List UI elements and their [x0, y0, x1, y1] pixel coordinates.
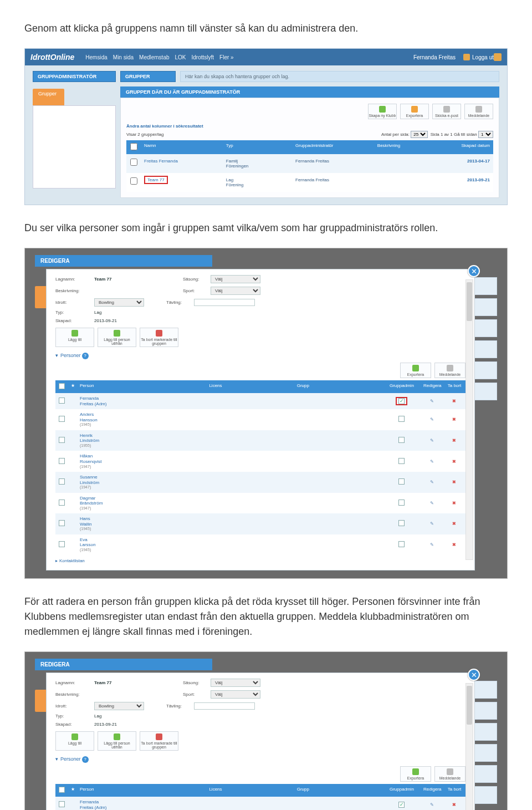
row-checkbox[interactable] — [59, 398, 65, 404]
groupadmin-checkbox[interactable] — [398, 520, 405, 526]
groupadmin-checkbox[interactable] — [398, 416, 405, 422]
delete-icon[interactable]: ✖ — [452, 399, 456, 404]
add-button[interactable]: Lägg till — [55, 328, 94, 347]
select-all-checkbox[interactable] — [130, 143, 137, 150]
goto-page-select[interactable]: 1 — [478, 131, 493, 138]
delete-icon[interactable]: ✖ — [452, 542, 456, 547]
tavling-input[interactable] — [194, 299, 255, 306]
person-name[interactable]: FernandaFreitas (Adm) — [78, 797, 207, 810]
delete-icon[interactable]: ✖ — [452, 521, 456, 526]
row-checkbox[interactable] — [59, 458, 65, 464]
add-button[interactable]: Lägg till — [55, 731, 94, 751]
table-row[interactable]: Team 77 Lag Förening Fernanda Freitas 20… — [126, 173, 493, 192]
favorite-icon[interactable] — [68, 521, 78, 527]
groupadmin-checkbox[interactable] — [398, 458, 405, 464]
person-name[interactable]: EvaLarsson(1945) — [78, 534, 207, 556]
sport-select[interactable]: Välj — [211, 690, 260, 699]
edit-icon[interactable]: ✎ — [430, 521, 434, 526]
nav-hemsida[interactable]: Hemsida — [85, 54, 107, 60]
row-checkbox[interactable] — [59, 801, 65, 807]
row-checkbox[interactable] — [130, 177, 137, 185]
saesong-select[interactable]: Välj — [211, 679, 260, 687]
edit-icon[interactable]: ✎ — [430, 459, 434, 464]
row-checkbox[interactable] — [59, 478, 65, 485]
scrollbar[interactable] — [466, 683, 473, 810]
idrott-select[interactable]: Bowling — [94, 702, 144, 710]
sport-select[interactable]: Välj — [211, 287, 260, 295]
group-name-link[interactable]: Freitas Fernanda — [141, 154, 223, 173]
row-checkbox[interactable] — [59, 541, 65, 547]
favorite-icon[interactable] — [68, 417, 78, 422]
remove-selected-button[interactable]: Ta bort markerade till gruppen — [140, 328, 178, 347]
export-button[interactable]: Exportera — [400, 766, 431, 782]
email-button[interactable]: Skicka e-post — [432, 104, 461, 119]
add-external-button[interactable]: Lägg till person utifrån — [98, 328, 136, 347]
idrott-select[interactable]: Bowling — [94, 298, 144, 307]
person-name[interactable]: AndersHansson(1945) — [78, 409, 207, 430]
edit-icon[interactable]: ✎ — [430, 542, 434, 547]
logout-link[interactable]: Logga ut — [472, 54, 494, 60]
logout-icon[interactable] — [494, 53, 502, 61]
help-icon[interactable]: ? — [82, 756, 89, 763]
favorite-icon[interactable] — [68, 459, 78, 464]
edit-icon[interactable]: ✎ — [430, 501, 434, 506]
favorite-icon[interactable] — [68, 500, 78, 506]
help-icon[interactable]: ? — [82, 353, 89, 359]
contact-list-link[interactable]: ▸Kontaktlistan — [55, 558, 466, 563]
nav-idrottslyft[interactable]: Idrottslyft — [192, 54, 214, 60]
group-name-link[interactable]: Team 77 — [141, 173, 223, 192]
select-all-checkbox[interactable] — [59, 787, 65, 793]
table-row[interactable]: Freitas Fernanda Familj Föreningen Ferna… — [126, 154, 493, 173]
row-checkbox[interactable] — [59, 520, 65, 526]
nav-fler[interactable]: Fler » — [219, 54, 234, 60]
delete-icon[interactable]: ✖ — [452, 417, 456, 422]
groupadmin-checkbox[interactable] — [398, 437, 405, 443]
person-name[interactable]: SusanneLindström(1947) — [78, 472, 207, 493]
person-name[interactable]: DagmarBrändström(1947) — [78, 493, 207, 514]
person-name[interactable]: HenrikLindström(1955) — [78, 430, 207, 451]
delete-icon[interactable]: ✖ — [452, 802, 456, 807]
row-checkbox[interactable] — [59, 416, 65, 422]
tavling-input[interactable] — [194, 702, 255, 710]
add-external-button[interactable]: Lägg till person utifrån — [98, 731, 136, 751]
groupadmin-checkbox[interactable] — [398, 541, 405, 547]
export-button[interactable]: Exportera — [400, 363, 431, 378]
delete-icon[interactable]: ✖ — [452, 459, 456, 464]
edit-icon[interactable]: ✎ — [430, 802, 434, 807]
columns-link[interactable]: Ändra antal kolumner i sökresultatet — [126, 124, 493, 129]
favorite-icon[interactable] — [68, 480, 78, 485]
favorite-icon[interactable] — [68, 438, 78, 444]
row-checkbox[interactable] — [130, 159, 137, 166]
close-icon[interactable]: ✕ — [468, 265, 480, 277]
scrollbar[interactable] — [466, 279, 473, 560]
create-button[interactable]: Skapa ny Klubb — [368, 104, 397, 119]
groupadmin-checkbox[interactable] — [398, 398, 405, 404]
nav-medlemstab[interactable]: Medlemstab — [139, 54, 169, 60]
groupadmin-checkbox[interactable] — [398, 500, 405, 506]
edit-icon[interactable]: ✎ — [430, 480, 434, 485]
edit-icon[interactable]: ✎ — [430, 417, 434, 422]
row-checkbox[interactable] — [59, 500, 65, 506]
person-name[interactable]: HåkanRosenqvist(1947) — [78, 451, 207, 472]
groupadmin-checkbox[interactable] — [398, 478, 405, 485]
favorite-icon[interactable] — [68, 802, 78, 808]
export-button[interactable]: Exportera — [400, 104, 429, 119]
per-page-select[interactable]: 25 — [411, 131, 428, 138]
message-button[interactable]: Meddelande — [434, 766, 466, 782]
message-button[interactable]: Meddelande — [464, 104, 493, 119]
person-name[interactable]: FernandaFreitas (Adm) — [78, 393, 207, 409]
row-checkbox[interactable] — [59, 437, 65, 443]
close-icon[interactable]: ✕ — [468, 669, 480, 681]
groupadmin-checkbox[interactable] — [398, 802, 405, 808]
saesong-select[interactable]: Välj — [211, 275, 260, 283]
select-all-checkbox[interactable] — [59, 383, 65, 389]
delete-icon[interactable]: ✖ — [452, 480, 456, 485]
nav-minsida[interactable]: Min sida — [113, 54, 134, 60]
delete-icon[interactable]: ✖ — [452, 501, 456, 506]
sidebar-tab[interactable]: Grupper — [33, 88, 116, 105]
edit-icon[interactable]: ✎ — [430, 438, 434, 443]
nav-lok[interactable]: LOK — [175, 54, 186, 60]
edit-icon[interactable]: ✎ — [430, 399, 434, 404]
delete-icon[interactable]: ✖ — [452, 438, 456, 443]
favorite-icon[interactable] — [68, 542, 78, 547]
